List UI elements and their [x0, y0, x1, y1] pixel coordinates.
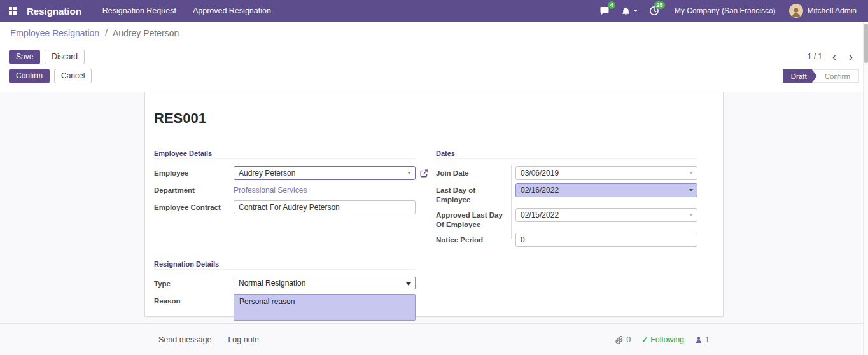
- last-day-label: Last Day of Employee: [436, 183, 515, 205]
- control-panel: Save Discard 1 / 1 ‹ ›: [0, 46, 868, 67]
- app-menu: Resignation Request Approved Resignation: [94, 0, 279, 22]
- reason-control: Personal reason: [234, 294, 416, 321]
- record-reference: RES001: [154, 110, 714, 127]
- apps-grid-icon[interactable]: [9, 7, 17, 15]
- group-resignation-details: Resignation Details Type Normal Resignat…: [154, 260, 714, 321]
- resignation-details-inner: Resignation Details Type Normal Resignat…: [154, 260, 416, 321]
- confirm-button[interactable]: Confirm: [9, 69, 50, 83]
- reason-textarea[interactable]: Personal reason: [234, 294, 416, 321]
- bell-icon: [621, 6, 631, 16]
- menu-approved-resignation[interactable]: Approved Resignation: [185, 0, 279, 22]
- join-date-input[interactable]: [515, 166, 697, 180]
- app-title: Resignation: [27, 6, 81, 17]
- section-title-employee-details: Employee Details: [154, 150, 416, 159]
- send-message-button[interactable]: Send message: [158, 335, 211, 344]
- form-sheet: RES001 Employee Details Employee D: [144, 92, 724, 317]
- company-menu[interactable]: My Company (San Francisco): [665, 6, 785, 15]
- type-control: Normal Resignation: [234, 277, 416, 291]
- join-date-control: [515, 166, 697, 180]
- type-label: Type: [154, 277, 234, 291]
- department-link[interactable]: Professional Services: [234, 183, 307, 195]
- followers-button[interactable]: 1: [695, 335, 710, 344]
- followers-count: 1: [705, 335, 710, 344]
- user-menu[interactable]: Mitchell Admin: [808, 6, 857, 15]
- type-select-value: Normal Resignation: [239, 279, 305, 288]
- chevron-down-icon[interactable]: [407, 172, 411, 174]
- employee-contract-input[interactable]: [234, 200, 416, 214]
- field-row-reason: Reason Personal reason: [154, 294, 416, 321]
- last-day-input[interactable]: [515, 183, 697, 197]
- activities-badge: 25: [654, 1, 665, 9]
- field-row-department: Department Professional Services: [154, 183, 416, 197]
- pager-next-button[interactable]: ›: [843, 51, 859, 62]
- field-row-notice-period: Notice Period: [436, 233, 697, 247]
- paperclip-icon: [615, 336, 624, 344]
- state-draft[interactable]: Draft: [783, 69, 817, 83]
- chevron-down-icon[interactable]: [689, 214, 693, 216]
- attachments-count: 0: [626, 335, 631, 344]
- field-row-approved-last-day: Approved Last Day Of Employee: [436, 208, 697, 230]
- field-row-type: Type Normal Resignation: [154, 277, 416, 291]
- breadcrumb-parent-link[interactable]: Employee Resignation: [10, 28, 99, 38]
- notice-period-input[interactable]: [515, 233, 697, 247]
- menu-resignation-request[interactable]: Resignation Request: [94, 0, 185, 22]
- employee-control: [234, 166, 416, 180]
- messages-button[interactable]: 4: [594, 0, 615, 22]
- scrollbar-track[interactable]: [863, 22, 868, 355]
- approved-last-day-label: Approved Last Day Of Employee: [436, 208, 515, 230]
- statusbar: Confirm Cancel Draft Confirm: [0, 67, 868, 85]
- field-row-employee: Employee: [154, 166, 416, 180]
- last-day-control: [515, 183, 697, 205]
- external-link-icon[interactable]: [420, 169, 428, 180]
- discard-button[interactable]: Discard: [45, 50, 85, 64]
- state-confirm[interactable]: Confirm: [812, 69, 859, 83]
- group-employee-details: Employee Details Employee Department Pr: [154, 150, 416, 250]
- following-label: Following: [650, 335, 684, 344]
- breadcrumb-current: Audrey Peterson: [113, 28, 179, 38]
- approved-last-day-input[interactable]: [515, 208, 697, 222]
- check-icon: ✓: [641, 335, 648, 344]
- pager-previous-button[interactable]: ‹: [826, 51, 843, 62]
- approved-last-day-control: [515, 208, 697, 230]
- employee-label: Employee: [154, 166, 234, 180]
- save-button[interactable]: Save: [9, 50, 40, 64]
- reason-label: Reason: [154, 294, 234, 321]
- breadcrumb: Employee Resignation / Audrey Peterson: [0, 22, 868, 46]
- top-navbar: Resignation Resignation Request Approved…: [0, 0, 868, 22]
- section-title-resignation-details: Resignation Details: [154, 260, 416, 270]
- notifications-button[interactable]: [615, 0, 643, 22]
- activities-button[interactable]: 25: [643, 0, 665, 22]
- pager-value[interactable]: 1 / 1: [808, 52, 822, 61]
- field-row-contract: Employee Contract: [154, 200, 416, 214]
- cancel-button[interactable]: Cancel: [54, 69, 92, 83]
- log-note-button[interactable]: Log note: [228, 335, 259, 344]
- pager: 1 / 1 ‹ ›: [808, 51, 859, 62]
- statusbar-states: Draft Confirm: [783, 69, 859, 83]
- chatter-toolbar: Send message Log note 0 ✓ Following 1: [144, 324, 724, 344]
- chevron-down-icon[interactable]: [689, 189, 693, 191]
- breadcrumb-separator: /: [105, 28, 108, 38]
- attachments-button[interactable]: 0: [615, 335, 631, 344]
- type-select[interactable]: Normal Resignation: [234, 277, 416, 289]
- employee-contract-label: Employee Contract: [154, 200, 234, 214]
- chatter: Send message Log note 0 ✓ Following 1: [0, 323, 868, 355]
- field-row-join-date: Join Date: [436, 166, 697, 180]
- group-dates: Dates Join Date Last Day of Employee: [436, 150, 697, 250]
- messages-badge: 4: [608, 1, 615, 9]
- department-control: Professional Services: [234, 183, 416, 197]
- chevron-down-icon: [634, 10, 638, 12]
- employee-input[interactable]: [234, 166, 416, 180]
- chatter-actions: 0 ✓ Following 1: [615, 335, 710, 344]
- scrollbar-thumb[interactable]: [864, 24, 868, 63]
- contract-control: [234, 200, 416, 214]
- department-label: Department: [154, 183, 234, 197]
- notice-period-control: [515, 233, 697, 247]
- chevron-down-icon: [406, 282, 411, 286]
- form-groups: Employee Details Employee Department Pr: [154, 150, 714, 250]
- vertical-separator: [511, 165, 512, 239]
- section-title-dates: Dates: [436, 150, 697, 159]
- following-button[interactable]: ✓ Following: [641, 335, 684, 344]
- chevron-down-icon[interactable]: [689, 172, 693, 174]
- user-avatar[interactable]: [789, 4, 803, 18]
- join-date-label: Join Date: [436, 166, 515, 180]
